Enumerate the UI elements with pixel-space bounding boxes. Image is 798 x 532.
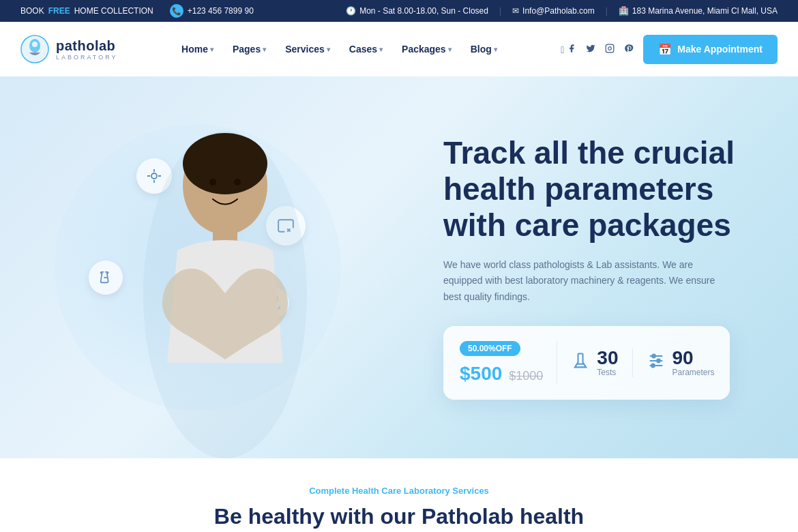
hero-content: Track all the crucial health parameters … <box>443 135 757 400</box>
chevron-down-icon: ▾ <box>210 46 213 53</box>
hero-section: Track all the crucial health parameters … <box>0 76 798 458</box>
parameters-info: 90 Parameters <box>673 349 715 377</box>
phone-number: +123 456 7899 90 <box>188 6 254 16</box>
chevron-down-icon: ▾ <box>448 46 452 53</box>
email-info: ✉ Info@Patholab.com <box>512 6 595 16</box>
test-tube-icon <box>571 351 590 374</box>
phone-icon: 📞 <box>170 4 183 18</box>
topbar: BOOK FREE HOME COLLECTION 📞 +123 456 789… <box>0 0 798 22</box>
parameters-icon <box>647 351 666 374</box>
navbar: patholab LABORATORY Home ▾ Pages ▾ Servi… <box>0 22 798 76</box>
pkg-prices: $500 $1000 <box>460 363 543 385</box>
address-text: 183 Marina Avenue, Miami Cl Mall, USA <box>632 6 778 16</box>
hours-info: 🕐 Mon - Sat 8.00-18.00, Sun - Closed <box>346 6 488 16</box>
nav-pages[interactable]: Pages ▾ <box>233 44 266 55</box>
pkg-price-section: 50.00%OFF $500 $1000 <box>460 341 557 385</box>
svg-point-10 <box>209 179 216 186</box>
tests-number: 30 <box>597 349 618 368</box>
home-label: HOME COLLECTION <box>74 6 153 16</box>
pkg-stats: 30 Tests 90 Parameters <box>557 349 728 377</box>
chevron-down-icon: ▾ <box>327 46 330 53</box>
bottom-subtitle: Complete Health Care Laboratory Services <box>41 486 757 496</box>
svg-point-17 <box>651 364 655 368</box>
email-text: Info@Patholab.com <box>522 6 595 16</box>
logo-name: patholab <box>56 38 118 54</box>
chevron-down-icon: ▾ <box>494 46 497 53</box>
topbar-left: BOOK FREE HOME COLLECTION 📞 +123 456 789… <box>20 4 254 18</box>
sep2: | <box>606 6 608 16</box>
svg-point-15 <box>652 355 655 358</box>
instagram-icon[interactable] <box>605 44 615 55</box>
bottom-title: Be healthy with our Patholab health <box>41 504 757 529</box>
nav-cases[interactable]: Cases ▾ <box>349 44 383 55</box>
make-appointment-button[interactable]: 📅 Make Appointment <box>643 35 778 64</box>
new-price: $500 <box>460 363 502 385</box>
location-icon: 🏥 <box>619 6 629 16</box>
hero-description: We have world class pathologists & Lab a… <box>443 257 730 306</box>
logo-sub: LABORATORY <box>56 54 118 61</box>
discount-badge: 50.00%OFF <box>460 341 520 356</box>
svg-rect-3 <box>606 44 614 53</box>
logo[interactable]: patholab LABORATORY <box>20 35 118 63</box>
facebook-icon[interactable]:  <box>561 44 576 55</box>
nav-links: Home ▾ Pages ▾ Services ▾ Cases ▾ Packag… <box>181 44 497 55</box>
tests-label: Tests <box>597 368 618 377</box>
logo-icon <box>20 35 49 63</box>
svg-point-16 <box>657 359 660 363</box>
chevron-down-icon: ▾ <box>263 46 266 53</box>
hero-title: Track all the crucial health parameters … <box>443 135 757 243</box>
logo-text: patholab LABORATORY <box>56 38 118 61</box>
nav-packages[interactable]: Packages ▾ <box>402 44 452 55</box>
tests-stat: 30 Tests <box>557 349 632 377</box>
clock-icon: 🕐 <box>346 6 356 16</box>
free-label: FREE <box>48 6 70 16</box>
email-icon: ✉ <box>512 6 519 16</box>
pinterest-icon[interactable] <box>624 44 634 55</box>
nav-blog[interactable]: Blog ▾ <box>471 44 497 55</box>
calendar-icon: 📅 <box>658 43 672 56</box>
parameters-stat: 90 Parameters <box>633 349 728 377</box>
chevron-down-icon: ▾ <box>379 46 383 53</box>
svg-point-9 <box>183 133 267 194</box>
bottom-section: Complete Health Care Laboratory Services… <box>0 458 798 532</box>
nav-home[interactable]: Home ▾ <box>181 44 213 55</box>
nav-services[interactable]: Services ▾ <box>285 44 330 55</box>
topbar-right: 🕐 Mon - Sat 8.00-18.00, Sun - Closed | ✉… <box>346 6 778 16</box>
svg-point-11 <box>234 179 241 186</box>
old-price: $1000 <box>509 369 543 383</box>
parameters-number: 90 <box>673 349 715 368</box>
svg-point-2 <box>32 42 38 47</box>
address-info: 🏥 183 Marina Avenue, Miami Cl Mall, USA <box>619 6 778 16</box>
nav-right:  📅 Make Appointment <box>561 35 778 64</box>
topbar-phone[interactable]: 📞 +123 456 7899 90 <box>170 4 254 18</box>
tests-info: 30 Tests <box>597 349 618 377</box>
twitter-icon[interactable] <box>586 44 595 55</box>
hours-text: Mon - Sat 8.00-18.00, Sun - Closed <box>359 6 488 16</box>
parameters-label: Parameters <box>673 368 715 377</box>
sep1: | <box>499 6 501 16</box>
package-card: 50.00%OFF $500 $1000 30 Tests <box>443 326 730 400</box>
book-label: BOOK <box>20 6 44 16</box>
hero-person-image <box>89 104 361 458</box>
